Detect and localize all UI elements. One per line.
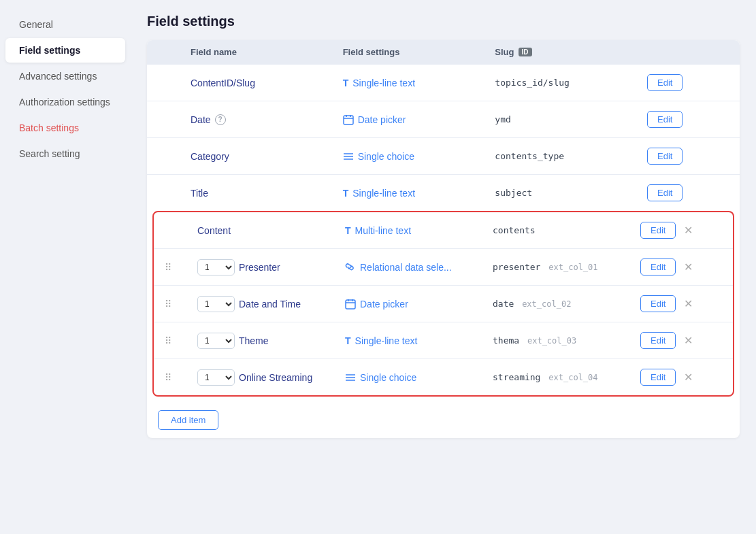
ext-badge-datetime: ext_col_02 xyxy=(522,299,571,309)
field-type-title: T Single-line text xyxy=(343,188,490,199)
edit-button-content[interactable]: Edit xyxy=(640,222,676,239)
slug-id-badge: ID xyxy=(519,48,532,56)
field-name-streaming: 123 Online Streaming xyxy=(197,369,340,386)
col-field-settings: Field settings xyxy=(343,47,490,57)
slug-title: subject xyxy=(495,188,642,198)
table-row-datetime: ⠿ 123 Date and Time Date picker xyxy=(154,285,733,322)
drag-handle-datetime[interactable]: ⠿ xyxy=(165,299,192,310)
slug-category: contents_type xyxy=(495,151,642,161)
field-name-date: Date ? xyxy=(191,114,338,125)
field-type-date: Date picker xyxy=(343,114,490,125)
edit-button-date[interactable]: Edit xyxy=(647,111,683,128)
drag-handle-presenter[interactable]: ⠿ xyxy=(165,262,192,273)
edit-button-title[interactable]: Edit xyxy=(647,184,683,201)
table-row-theme: ⠿ 123 Theme T Single-line text thema ext… xyxy=(154,322,733,358)
sidebar-item-field-settings[interactable]: Field settings xyxy=(5,38,125,63)
counter-select-theme[interactable]: 123 xyxy=(197,333,235,349)
edit-button-datetime[interactable]: Edit xyxy=(640,295,676,312)
row-actions: Edit xyxy=(647,74,729,91)
sidebar-item-batch-settings[interactable]: Batch settings xyxy=(5,116,125,140)
field-name-content: Content xyxy=(197,225,340,236)
row-actions-theme: Edit ✕ xyxy=(640,332,722,349)
svg-rect-7 xyxy=(346,300,355,309)
drag-handle-streaming[interactable]: ⠿ xyxy=(165,372,192,383)
counter-select-presenter[interactable]: 123 xyxy=(197,259,235,276)
edit-button-theme[interactable]: Edit xyxy=(640,332,676,349)
drag-handle-theme[interactable]: ⠿ xyxy=(165,335,192,346)
remove-button-theme[interactable]: ✕ xyxy=(681,334,695,348)
counter-select-datetime[interactable]: 123 xyxy=(197,296,235,312)
slug-datetime: date ext_col_02 xyxy=(493,299,635,309)
row-actions: Edit xyxy=(647,111,729,128)
calendar-icon xyxy=(345,299,356,310)
edit-button-contentid[interactable]: Edit xyxy=(647,74,683,91)
field-type-streaming: Single choice xyxy=(345,372,487,383)
table-header: Field name Field settings Slug ID xyxy=(147,40,740,64)
edit-button-category[interactable]: Edit xyxy=(647,148,683,165)
slug-contentid: topics_id/slug xyxy=(495,78,642,88)
edit-button-presenter[interactable]: Edit xyxy=(640,258,676,276)
table-row: ContentID/Slug T Single-line text topics… xyxy=(147,64,740,101)
field-type-content: T Multi-line text xyxy=(345,225,487,236)
sidebar-item-search-setting[interactable]: Search setting xyxy=(5,141,125,166)
slug-content: contents xyxy=(493,225,635,235)
svg-rect-0 xyxy=(344,116,353,124)
row-actions-datetime: Edit ✕ xyxy=(640,295,722,312)
ext-badge-streaming: ext_col_04 xyxy=(548,373,597,382)
table-row: Title T Single-line text subject Edit xyxy=(147,174,740,211)
remove-button-streaming[interactable]: ✕ xyxy=(681,371,695,384)
counter-select-streaming[interactable]: 123 xyxy=(197,369,235,386)
slug-streaming: streaming ext_col_04 xyxy=(493,372,635,382)
sidebar-item-advanced-settings[interactable]: Advanced settings xyxy=(5,64,125,88)
row-actions-streaming: Edit ✕ xyxy=(640,369,722,386)
slug-presenter: presenter ext_col_01 xyxy=(493,262,635,272)
remove-button-presenter[interactable]: ✕ xyxy=(681,261,695,274)
remove-button-content[interactable]: ✕ xyxy=(681,224,695,237)
calendar-icon xyxy=(343,114,354,125)
field-settings-table: Field name Field settings Slug ID Conten… xyxy=(147,40,740,438)
field-type-theme: T Single-line text xyxy=(345,335,487,346)
col-field-name: Field name xyxy=(191,47,338,57)
list-icon xyxy=(345,372,356,383)
table-row: Date ? Date picker ymd Edit xyxy=(147,101,740,137)
remove-button-datetime[interactable]: ✕ xyxy=(681,297,695,311)
field-name-contentid: ContentID/Slug xyxy=(191,78,338,88)
add-item-button[interactable]: Add item xyxy=(158,410,218,430)
type-icon-text: T xyxy=(343,188,349,199)
list-icon xyxy=(343,151,354,162)
field-name-datetime: 123 Date and Time xyxy=(197,296,340,312)
ext-badge-presenter: ext_col_01 xyxy=(548,263,597,272)
field-name-theme: 123 Theme xyxy=(197,333,340,349)
row-actions-content: Edit ✕ xyxy=(640,222,722,239)
highlighted-rows-section: Content T Multi-line text contents Edit … xyxy=(152,211,734,397)
table-row-content: Content T Multi-line text contents Edit … xyxy=(154,212,733,248)
sidebar-item-general[interactable]: General xyxy=(5,12,125,37)
field-name-presenter: 123 Presenter xyxy=(197,259,340,276)
type-icon-text: T xyxy=(343,78,349,88)
table-row-streaming: ⠿ 123 Online Streaming Single choice xyxy=(154,358,733,395)
info-icon[interactable]: ? xyxy=(215,114,226,125)
table-row: Category Single choice contents_type Edi… xyxy=(147,137,740,174)
field-type-presenter: Relational data sele... xyxy=(345,262,487,273)
edit-button-streaming[interactable]: Edit xyxy=(640,369,676,386)
row-actions: Edit xyxy=(647,148,729,165)
field-name-category: Category xyxy=(191,151,338,162)
row-actions: Edit xyxy=(647,184,729,201)
field-type-category: Single choice xyxy=(343,151,490,162)
col-slug: Slug ID xyxy=(495,47,642,57)
main-content: Field settings Field name Field settings… xyxy=(131,0,756,534)
field-type-contentid: T Single-line text xyxy=(343,78,490,88)
link-icon xyxy=(345,262,356,273)
sidebar-item-authorization-settings[interactable]: Authorization settings xyxy=(5,90,125,114)
page-title: Field settings xyxy=(147,14,740,29)
sidebar: General Field settings Advanced settings… xyxy=(0,0,131,534)
table-row-presenter: ⠿ 123 Presenter Relational data sele... … xyxy=(154,248,733,285)
row-actions-presenter: Edit ✕ xyxy=(640,258,722,276)
type-icon-text: T xyxy=(345,225,351,236)
ext-badge-theme: ext_col_03 xyxy=(527,336,576,346)
field-type-datetime: Date picker xyxy=(345,299,487,310)
field-name-title: Title xyxy=(191,188,338,199)
type-icon-text: T xyxy=(345,335,351,346)
slug-date: ymd xyxy=(495,114,642,124)
slug-theme: thema ext_col_03 xyxy=(493,335,635,346)
